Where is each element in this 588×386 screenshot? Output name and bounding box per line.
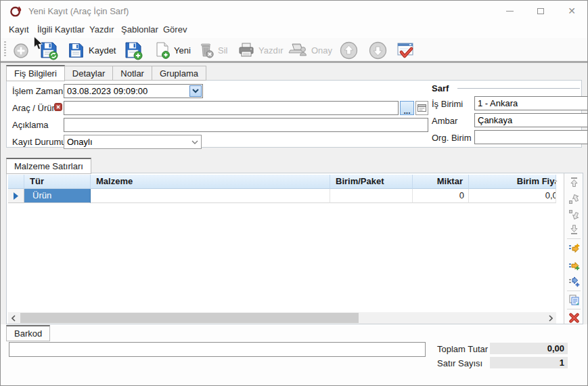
sarf-group-line [457, 88, 580, 89]
grid-horizontal-scrollbar[interactable] [8, 312, 556, 324]
window-title: Yeni Kayıt (Araç İçin Sarf) [28, 6, 129, 16]
barcode-tabstrip: Barkod [6, 325, 49, 341]
save-button[interactable]: Kaydet [67, 39, 116, 61]
remove-row-button[interactable] [568, 312, 580, 324]
toplam-tutar-label: Toplam Tutar [437, 343, 488, 356]
save-button-label: Kaydet [89, 45, 116, 56]
tab-fis-bilgileri[interactable]: Fiş Bilgileri [6, 65, 65, 81]
islem-zamani-dropdown-button[interactable] [189, 85, 202, 97]
close-icon: ✕ [568, 6, 576, 16]
islem-zamani-input[interactable] [64, 85, 189, 98]
nav-down-icon [369, 41, 387, 60]
window-controls: ✕ [494, 1, 587, 21]
ambar-label: Ambar [432, 115, 457, 127]
toolbar-grip-handle[interactable] [4, 41, 6, 56]
move-top-button[interactable] [568, 176, 580, 188]
cell-birim-paket[interactable] [330, 189, 413, 203]
arac-urun-input[interactable] [64, 102, 398, 114]
cell-tur[interactable]: Ürün [24, 189, 91, 203]
save-and-new-button[interactable] [123, 39, 143, 61]
menu-item-sablonlar[interactable]: Şablonlar [120, 23, 160, 37]
islem-zamani-field [64, 84, 201, 98]
grid-header-birim-fiyat[interactable]: Birim Fiyat [469, 175, 556, 189]
grid-header-malzeme[interactable]: Malzeme [91, 175, 330, 189]
move-down-button[interactable] [568, 209, 580, 221]
add-row-blue-icon [568, 276, 580, 288]
approve-button[interactable]: Onay [288, 39, 332, 61]
approve-icon [288, 41, 308, 60]
move-bottom-button[interactable] [568, 223, 580, 236]
scroll-left-button[interactable] [8, 312, 19, 324]
row-marker-icon [14, 192, 18, 200]
kayit-durumu-select[interactable] [64, 135, 201, 149]
is-birimi-input[interactable] [475, 97, 588, 110]
menu-item-ilgili-kayitlar[interactable]: İlgili Kayıtlar [36, 23, 86, 37]
tab-barkod[interactable]: Barkod [6, 325, 50, 341]
delete-button[interactable]: Sil [198, 39, 227, 61]
delete-icon [198, 41, 214, 59]
remove-row-icon [569, 313, 579, 323]
main-toolbar: Kaydet Yeni [1, 38, 587, 63]
add-row-button[interactable] [568, 276, 580, 288]
scroll-right-button[interactable] [545, 312, 556, 324]
aciklama-input[interactable] [64, 119, 428, 131]
new-record-icon [154, 41, 171, 59]
tab-gruplama[interactable]: Gruplama [152, 66, 206, 81]
arac-urun-lookup-button[interactable]: ... [400, 101, 414, 115]
kayit-durumu-chevron[interactable] [189, 135, 201, 148]
scrollbar-thumb[interactable] [20, 313, 359, 323]
copy-rows-button[interactable] [568, 293, 580, 305]
minimize-button[interactable] [494, 1, 525, 21]
cell-malzeme[interactable] [91, 189, 330, 203]
menu-item-kayit[interactable]: Kayıt [7, 23, 30, 37]
is-birimi-field: ... [474, 96, 580, 110]
sarf-group-title: Sarf [432, 83, 449, 93]
side-toolbar-separator [567, 291, 581, 291]
side-toolbar-separator [567, 309, 581, 309]
add-record-button[interactable] [12, 39, 30, 61]
maximize-icon [537, 8, 544, 14]
barcode-input[interactable] [9, 343, 425, 356]
org-birim-field: ... [474, 130, 580, 144]
barcode-field [9, 342, 426, 357]
toplam-tutar-value: 0,00 [490, 343, 568, 354]
new-button-label: Yeni [174, 45, 191, 56]
grid-header-selector [8, 175, 24, 189]
grid-header-birim-paket[interactable]: Birim/Paket [330, 175, 413, 189]
arac-urun-label: Araç / Ürün [12, 102, 57, 114]
ambar-input[interactable] [475, 114, 588, 127]
maximize-button[interactable] [525, 1, 556, 21]
grid-header-tur[interactable]: Tür [24, 175, 91, 189]
approve-button-label: Onay [311, 45, 332, 56]
grid-row-1[interactable]: Ürün 0 0,00 [8, 189, 556, 203]
kayit-durumu-value [64, 135, 189, 148]
scroll-right-icon [549, 315, 553, 322]
menu-item-gorev[interactable]: Görev [162, 23, 188, 37]
arac-urun-field: ... [64, 101, 428, 115]
cell-miktar[interactable]: 0 [413, 189, 469, 203]
select-chevron-icon [191, 140, 198, 144]
kayit-durumu-label: Kayıt Durumu [12, 136, 66, 148]
cell-birim-fiyat[interactable]: 0,00 [469, 189, 556, 203]
tab-malzeme-satirlari[interactable]: Malzeme Satırları [6, 158, 91, 174]
tab-detaylar[interactable]: Detaylar [64, 66, 113, 81]
save-new-icon [123, 40, 143, 60]
aciklama-label: Açıklama [12, 119, 48, 131]
append-row-button[interactable] [568, 259, 580, 272]
tab-notlar[interactable]: Notlar [112, 66, 152, 81]
print-button[interactable]: Yazdır [237, 39, 284, 61]
close-button[interactable]: ✕ [556, 1, 587, 21]
arac-urun-detail-button[interactable] [415, 101, 428, 115]
insert-row-button[interactable] [568, 242, 580, 255]
detail-form-icon [417, 104, 426, 112]
confirm-button[interactable] [396, 39, 415, 61]
menu-item-yazdir[interactable]: Yazdır [88, 23, 116, 37]
nav-down-button[interactable] [369, 39, 387, 61]
move-up-icon [568, 194, 579, 205]
row-selector-cell[interactable] [8, 189, 24, 203]
new-record-button[interactable]: Yeni [154, 39, 191, 61]
move-up-button[interactable] [568, 193, 580, 205]
grid-header-miktar[interactable]: Miktar [413, 175, 469, 189]
nav-up-button[interactable] [340, 39, 358, 61]
org-birim-input[interactable] [475, 131, 588, 144]
